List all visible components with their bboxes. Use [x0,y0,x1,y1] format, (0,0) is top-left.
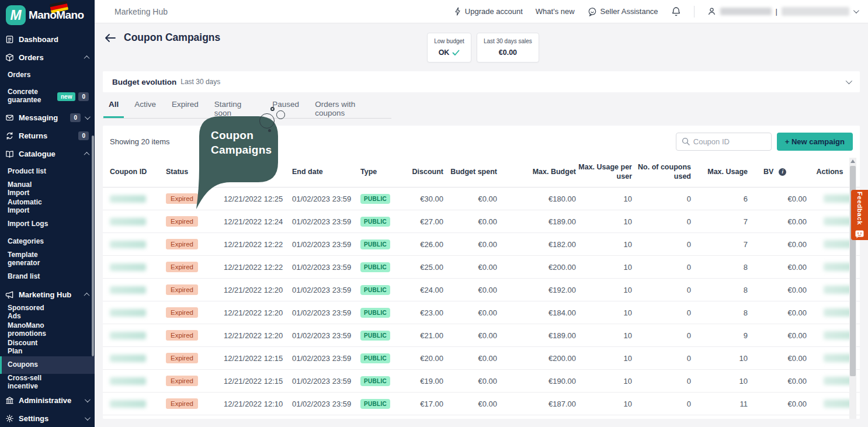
sidebar-item-manomano-promotions[interactable]: ManoMano promotions [0,321,95,339]
seller-assistance-link[interactable]: Seller Assistance [588,7,658,16]
cell-status: Expired [166,307,224,318]
user-menu[interactable]: | [707,7,857,16]
table-row[interactable]: Expired12/21/2022 12:1501/02/2023 23:59P… [103,370,860,393]
tab-expired[interactable]: Expired [166,99,204,118]
upgrade-account-link[interactable]: Upgrade account [454,7,523,16]
new-campaign-button[interactable]: + New campaign [777,133,853,151]
cell-status: Expired [166,193,224,204]
coupon-id-redacted [110,332,146,339]
cell-max_usage_per_user: 10 [576,263,632,272]
scroll-up-arrow-icon[interactable] [850,159,855,163]
table-row[interactable]: Expired12/21/2022 12:1001/02/2023 23:59P… [103,393,860,415]
cell-max_usage: 7 [691,217,748,226]
table-row[interactable]: Expired12/21/2022 12:2001/02/2023 23:59P… [103,279,860,301]
cell-max_usage_per_user: 10 [576,286,632,294]
cell-actions [807,331,853,339]
actions-redacted[interactable] [824,377,853,385]
info-icon[interactable]: i [779,168,786,176]
topbar-divider [694,6,695,18]
user-name-redacted [720,8,772,15]
actions-redacted[interactable] [824,263,853,271]
sidebar-item-orders-list[interactable]: Orders [0,67,95,84]
cell-bv: €0.00 [748,377,807,386]
table-row[interactable]: Expired12/21/2022 12:2201/02/2023 23:59P… [103,256,860,279]
sidebar-item-manual-import[interactable]: Manual Import [0,180,95,198]
actions-redacted[interactable] [824,331,853,339]
cell-bv: €0.00 [748,217,807,226]
sidebar-item-brand-list[interactable]: Brand list [0,268,95,286]
sidebar-item-dashboard[interactable]: Dashboard [0,30,95,48]
cell-max_usage: 8 [691,308,748,317]
sidebar-item-label: Import Logs [8,220,48,228]
cell-max_usage: 10 [691,377,748,386]
table-row[interactable]: Expired12/21/2022 12:2401/02/2023 23:59P… [103,210,860,233]
sidebar-scrollbar-thumb[interactable] [92,136,94,356]
cell-discount: €25.00 [405,263,443,272]
status-badge: Expired [166,193,198,204]
cell-budget_spent: €0.00 [443,263,497,272]
tab-orders-with-coupons[interactable]: Orders with coupons [310,99,386,118]
sidebar-item-sponsored-ads[interactable]: Sponsored Ads [0,304,95,321]
sidebar-item-marketing-hub[interactable]: Marketing Hub [0,286,95,304]
sidebar-item-cross-sell-incentive[interactable]: Cross-sell incentive [0,374,95,391]
budget-evolution-panel[interactable]: Budget evolution Last 30 days [103,71,860,92]
table-row[interactable]: Expired12/21/2022 12:1501/02/2023 23:59P… [103,347,860,370]
cell-coupons_used: 0 [632,217,691,226]
cell-status: Expired [166,284,224,295]
sidebar-item-messaging[interactable]: Messaging0 [0,109,95,127]
bell-icon[interactable] [671,6,681,17]
sidebar-item-orders[interactable]: Orders [0,48,95,67]
actions-redacted[interactable] [824,354,853,362]
sidebar-item-settings[interactable]: Settings [0,409,95,427]
column-header-coupon_id: Coupon ID [110,168,166,177]
whats-new-link[interactable]: What's new [536,7,575,16]
sidebar-item-discount-plan[interactable]: Discount Plan [0,339,95,356]
sidebar-item-concrete-guarantee[interactable]: Concrete guaranteenew0 [0,84,95,109]
tab-all[interactable]: All [103,99,124,118]
coupon-search-box[interactable] [676,133,772,151]
sidebar-item-automatic-import[interactable]: Automatic Import [0,198,95,216]
actions-redacted[interactable] [824,240,853,248]
tab-starting-soon[interactable]: Starting soon [209,99,262,118]
actions-redacted[interactable] [824,195,853,203]
cell-budget_spent: €0.00 [443,240,497,249]
cell-max_budget: €182.00 [497,240,576,249]
cell-status: Expired [166,216,224,227]
sidebar-item-catalogue[interactable]: Catalogue [0,145,95,163]
coupon-id-redacted [110,400,146,408]
sidebar-item-categories[interactable]: Categories [0,233,95,251]
cell-discount: €26.00 [405,240,443,249]
sidebar-item-coupons[interactable]: Coupons [0,356,95,374]
tab-active[interactable]: Active [129,99,161,118]
actions-redacted[interactable] [824,400,853,408]
back-arrow-icon[interactable] [105,33,116,43]
actions-redacted[interactable] [824,217,853,225]
cell-start_date: 12/21/2022 12:25 [224,195,292,203]
cell-max_budget: €192.00 [497,286,576,294]
sidebar: M ManoMano DashboardOrdersOrdersConcrete… [0,0,95,427]
search-input[interactable] [693,137,761,146]
administrative-icon [5,396,15,405]
table-row[interactable]: Expired12/21/2022 12:2501/02/2023 23:59P… [103,188,860,210]
tab-paused[interactable]: Paused [267,99,304,118]
table-row[interactable]: Expired12/21/2022 12:2001/02/2023 23:59P… [103,301,860,324]
sidebar-item-product-list[interactable]: Product list [0,163,95,180]
sidebar-item-administrative[interactable]: Administrative [0,391,95,409]
table-row[interactable]: Expired12/21/2022 12:2001/02/2023 23:59P… [103,324,860,347]
cell-budget_spent: €0.00 [443,354,497,363]
whats-new-label: What's new [536,7,575,16]
sidebar-item-returns[interactable]: Returns0 [0,127,95,145]
chevron-down-icon[interactable] [846,78,852,84]
table-row[interactable]: Expired12/21/2022 12:2201/02/2023 23:59P… [103,233,860,256]
manomano-logo[interactable]: M ManoMano [0,0,95,30]
cell-discount: €27.00 [405,217,443,226]
cell-budget_spent: €0.00 [443,331,497,340]
actions-redacted[interactable] [824,286,853,294]
sidebar-item-import-logs[interactable]: Import Logs [0,216,95,233]
feedback-tab[interactable]: Feedback [851,190,868,240]
actions-redacted[interactable] [824,308,853,317]
brand-name: ManoMano [29,9,84,22]
cell-budget_spent: €0.00 [443,308,497,317]
sidebar-item-template-generator[interactable]: Template generator [0,251,95,268]
cell-type: PUBLIC [360,217,405,227]
